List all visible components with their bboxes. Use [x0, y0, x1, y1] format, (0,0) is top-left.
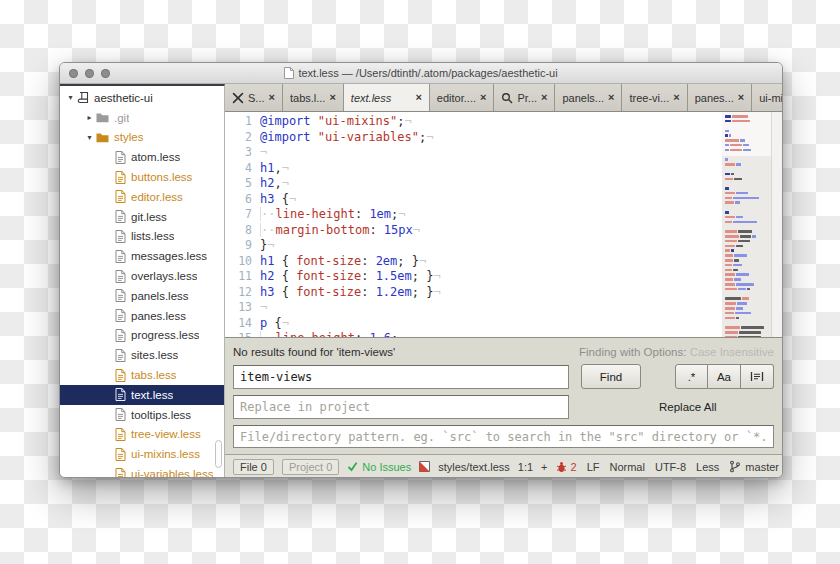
in-selection-option-button[interactable]: [741, 364, 774, 389]
status-2[interactable]: 2: [556, 461, 577, 473]
tree-item-panes-less[interactable]: panes.less: [60, 306, 224, 326]
code-area[interactable]: @import "ui-mixins";¬@import "ui-variabl…: [260, 112, 722, 337]
minimap[interactable]: [722, 112, 771, 337]
tab-close-icon[interactable]: ×: [415, 92, 421, 103]
tab-s[interactable]: S...×: [225, 84, 283, 111]
line-number[interactable]: 1: [225, 114, 252, 130]
status-normal[interactable]: Normal: [609, 461, 644, 473]
replace-all-button[interactable]: Replace All: [659, 401, 717, 413]
traffic-lights: [69, 63, 110, 83]
line-number[interactable]: 9: [225, 238, 252, 254]
tree-item-ui-variables-less[interactable]: ui-variables.less: [60, 464, 224, 478]
line-number[interactable]: 2: [225, 130, 252, 146]
path-pattern-input[interactable]: [233, 425, 774, 448]
file-icon: [115, 289, 126, 302]
tree-item-lists-less[interactable]: lists.less: [60, 227, 224, 247]
line-number[interactable]: 4: [225, 161, 252, 177]
tab-close-icon[interactable]: ×: [673, 92, 679, 103]
tab-close-icon[interactable]: ×: [329, 92, 335, 103]
tree-item-sites-less[interactable]: sites.less: [60, 345, 224, 365]
tree-item-styles[interactable]: ▾styles: [60, 128, 224, 148]
tree-item-buttons-less[interactable]: buttons.less: [60, 167, 224, 187]
line-number-gutter[interactable]: 123456789101112131415: [225, 112, 260, 337]
tab-close-icon[interactable]: ×: [738, 92, 744, 103]
tab-close-icon[interactable]: ×: [541, 92, 547, 103]
line-number[interactable]: 3: [225, 145, 252, 161]
tree-item-label: styles: [114, 131, 143, 143]
tree-item-label: tabs.less: [131, 369, 176, 381]
status-styles-text-less[interactable]: styles/text.less: [438, 461, 510, 473]
title-bar[interactable]: text.less — /Users/dtinth/.atom/packages…: [60, 63, 782, 84]
sidebar-scrollbar-thumb[interactable]: [215, 440, 222, 468]
zoom-window-button[interactable]: [101, 69, 110, 78]
tree-item-git-less[interactable]: git.less: [60, 207, 224, 227]
replace-input[interactable]: [233, 395, 569, 419]
tree-item-atom-less[interactable]: atom.less: [60, 147, 224, 167]
line-number[interactable]: 10: [225, 254, 252, 270]
tab-label: tabs.l...: [290, 92, 325, 104]
line-number[interactable]: 8: [225, 223, 252, 239]
status-less[interactable]: Less: [696, 461, 719, 473]
code-line: h2,¬: [260, 176, 722, 192]
tree-item-panels-less[interactable]: panels.less: [60, 286, 224, 306]
status-label: UTF-8: [655, 461, 686, 473]
find-input[interactable]: [233, 365, 569, 389]
find-button[interactable]: Find: [581, 364, 641, 389]
tab-ui-mix[interactable]: ui-mix...×: [752, 84, 782, 111]
line-number[interactable]: 5: [225, 176, 252, 192]
tree-item-ui-mixins-less[interactable]: ui-mixins.less: [60, 444, 224, 464]
line-number[interactable]: 15: [225, 331, 252, 337]
status-no-issues[interactable]: No Issues: [347, 461, 411, 473]
line-number[interactable]: 12: [225, 285, 252, 301]
tree-item-overlays-less[interactable]: overlays.less: [60, 266, 224, 286]
status-file-0[interactable]: File 0: [233, 459, 274, 475]
tree-item-tooltips-less[interactable]: tooltips.less: [60, 405, 224, 425]
line-number[interactable]: 6: [225, 192, 252, 208]
tree-item-progress-less[interactable]: progress.less: [60, 326, 224, 346]
line-number[interactable]: 7: [225, 207, 252, 223]
tree-item-label: lists.less: [131, 230, 174, 242]
chevron-down-icon[interactable]: ▾: [84, 133, 95, 142]
code-line: h1,¬: [260, 161, 722, 177]
tree-item-text-less[interactable]: text.less: [60, 385, 224, 405]
tab-tabs-l[interactable]: tabs.l...×: [283, 84, 344, 111]
file-icon: [115, 250, 126, 263]
close-window-button[interactable]: [69, 69, 78, 78]
status-[interactable]: +: [541, 461, 547, 473]
line-number[interactable]: 14: [225, 316, 252, 332]
tab-pr[interactable]: Pr...×: [494, 84, 555, 111]
tree-item-tabs-less[interactable]: tabs.less: [60, 365, 224, 385]
editor-pane[interactable]: 123456789101112131415 @import "ui-mixins…: [225, 112, 782, 337]
atom-window: text.less — /Users/dtinth/.atom/packages…: [59, 62, 783, 478]
case-option-button[interactable]: Aa: [708, 364, 741, 389]
tree-item-aesthetic-ui[interactable]: ▾aesthetic-ui: [60, 88, 224, 108]
chevron-down-icon[interactable]: ▾: [65, 93, 76, 102]
chevron-right-icon[interactable]: ▸: [84, 113, 95, 122]
branch-icon: [729, 460, 741, 473]
line-number[interactable]: 11: [225, 269, 252, 285]
tree-item-git[interactable]: ▸.git: [60, 108, 224, 128]
status-1-1[interactable]: 1:1: [518, 461, 533, 473]
tab-close-icon[interactable]: ×: [269, 92, 275, 103]
tab-close-icon[interactable]: ×: [480, 92, 486, 103]
tab-close-icon[interactable]: ×: [608, 92, 614, 103]
tab-label: panes...: [695, 92, 734, 104]
tab-panels[interactable]: panels...×: [555, 84, 622, 111]
status-diag[interactable]: [419, 461, 430, 472]
status-utf-8[interactable]: UTF-8: [655, 461, 686, 473]
status-master[interactable]: master: [729, 460, 779, 473]
status-lf[interactable]: LF: [587, 461, 600, 473]
in-selection-icon: [750, 371, 764, 382]
tab-panes[interactable]: panes...×: [688, 84, 753, 111]
tab-editor[interactable]: editor....×: [430, 84, 495, 111]
tab-text-less[interactable]: text.less×: [344, 84, 430, 111]
status-project-0[interactable]: Project 0: [282, 459, 339, 475]
editor-scrollbar[interactable]: [771, 112, 782, 337]
line-number[interactable]: 13: [225, 300, 252, 316]
minimize-window-button[interactable]: [85, 69, 94, 78]
tree-item-editor-less[interactable]: editor.less: [60, 187, 224, 207]
regex-option-button[interactable]: .*: [675, 364, 708, 389]
tree-item-tree-view-less[interactable]: tree-view.less: [60, 425, 224, 445]
tree-item-messages-less[interactable]: messages.less: [60, 246, 224, 266]
tab-tree-vi[interactable]: tree-vi...×: [622, 84, 687, 111]
